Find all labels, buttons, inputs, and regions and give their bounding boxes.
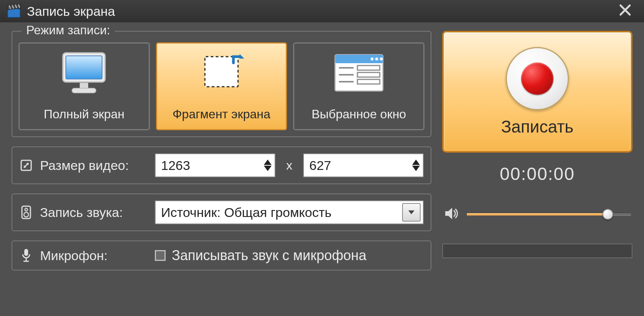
volume-row: [442, 206, 632, 223]
svg-rect-10: [80, 83, 88, 88]
chevron-down-icon: [408, 210, 414, 214]
mode-fullscreen-label: Полный экран: [44, 107, 124, 121]
resize-icon: [19, 160, 33, 171]
video-size-panel: Размер видео: x: [12, 146, 431, 184]
height-spinner-arrows: [412, 160, 420, 171]
svg-marker-34: [445, 208, 452, 219]
title-bar-left: Запись экрана: [6, 3, 115, 19]
width-step-down[interactable]: [264, 166, 272, 171]
mode-window-label: Выбранное окно: [312, 107, 406, 121]
window-title: Запись экрана: [27, 4, 115, 19]
mic-checkbox-group: Записывать звук с микрофона: [155, 247, 424, 264]
audio-source-dropdown[interactable]: Источник: Общая громкость: [155, 200, 424, 224]
recording-mode-group: Режим записи:: [12, 31, 431, 137]
mode-region-label: Фрагмент экрана: [173, 107, 270, 121]
svg-point-29: [25, 208, 28, 211]
video-width-field[interactable]: [155, 153, 275, 177]
title-bar: Запись экрана: [0, 0, 644, 22]
microphone-label: Микрофон:: [40, 248, 107, 263]
dimension-separator: x: [284, 158, 295, 173]
mode-window-button[interactable]: Выбранное окно: [293, 42, 424, 130]
speaker-device-icon: [19, 205, 33, 219]
mic-record-checkbox[interactable]: [155, 250, 166, 261]
audio-source-label-group: Запись звука:: [19, 205, 146, 220]
selection-region-icon: [196, 44, 247, 102]
volume-slider-thumb[interactable]: [602, 209, 613, 220]
mode-fullscreen-button[interactable]: Полный экран: [18, 42, 150, 130]
monitor-icon: [59, 44, 109, 102]
svg-marker-13: [240, 54, 244, 59]
dropdown-toggle[interactable]: [402, 203, 421, 222]
close-button[interactable]: [615, 3, 635, 20]
close-icon: [619, 3, 632, 17]
svg-point-30: [24, 212, 29, 217]
recording-mode-legend: Режим записи:: [22, 23, 115, 37]
svg-rect-9: [66, 56, 102, 79]
mic-checkbox-label: Записывать звук с микрофона: [172, 247, 366, 264]
microphone-panel: Микрофон: Записывать звук с микрофона: [12, 240, 431, 271]
microphone-icon: [19, 248, 33, 263]
speaker-icon: [444, 206, 459, 223]
recording-timer: 00:00:00: [500, 163, 575, 184]
video-size-label: Размер видео:: [40, 158, 129, 173]
svg-point-18: [380, 57, 383, 61]
mic-level-meter: [442, 244, 632, 258]
audio-source-label: Запись звука:: [40, 205, 123, 220]
svg-rect-11: [72, 88, 96, 93]
height-step-up[interactable]: [412, 160, 420, 165]
video-width-input[interactable]: [161, 158, 264, 173]
video-size-label-group: Размер видео:: [19, 158, 146, 173]
video-height-input[interactable]: [309, 158, 412, 173]
microphone-label-group: Микрофон:: [19, 248, 146, 263]
window-form-icon: [332, 44, 386, 102]
volume-slider[interactable]: [467, 213, 631, 216]
svg-point-16: [371, 57, 374, 61]
audio-source-panel: Запись звука: Источник: Общая громкость: [12, 193, 431, 231]
left-column: Режим записи:: [12, 31, 431, 271]
record-button-label: Записать: [501, 117, 574, 136]
height-step-down[interactable]: [412, 166, 420, 171]
record-button[interactable]: Записать: [442, 31, 632, 153]
width-step-up[interactable]: [264, 160, 272, 165]
record-icon: [506, 47, 569, 110]
svg-rect-0: [8, 9, 20, 17]
record-dot-icon: [521, 62, 553, 95]
width-spinner-arrows: [264, 160, 272, 171]
mode-region-button[interactable]: Фрагмент экрана: [156, 42, 287, 130]
svg-rect-31: [24, 249, 28, 256]
video-height-field[interactable]: [303, 153, 424, 177]
svg-point-17: [375, 57, 378, 61]
audio-source-value: Источник: Общая громкость: [161, 205, 332, 220]
clapperboard-icon: [6, 3, 22, 19]
main-content: Режим записи:: [0, 22, 644, 279]
right-column: Записать 00:00:00: [442, 31, 632, 271]
volume-slider-fill: [467, 213, 608, 215]
mode-row: Полный экран Фрагмент экрана: [18, 42, 424, 130]
